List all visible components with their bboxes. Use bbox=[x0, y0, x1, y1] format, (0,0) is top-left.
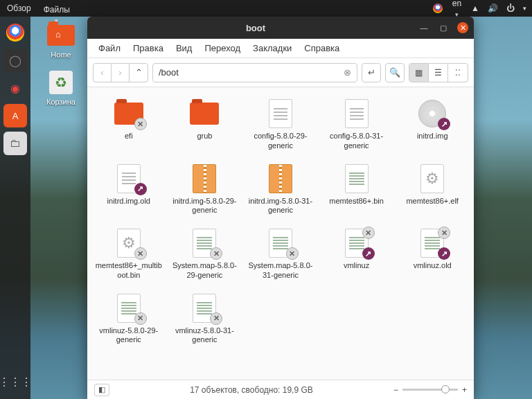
show-apps-button[interactable]: ⋮⋮⋮ bbox=[3, 370, 27, 393]
folder-icon: 🗀 bbox=[53, 0, 61, 2]
file-item[interactable]: config-5.8.0-31-generic bbox=[319, 94, 394, 155]
file-item[interactable]: initrd.img-5.8.0-31-generic bbox=[243, 159, 318, 220]
statusbar: ◧ 17 объектов, свободно: 19,9 GB − + bbox=[87, 380, 474, 399]
dock-app-3[interactable]: ◉ bbox=[3, 76, 27, 100]
menu-файл[interactable]: Файл bbox=[93, 41, 126, 55]
toggle-path-button[interactable]: ↵ bbox=[362, 63, 381, 82]
file-item[interactable]: ✕vmlinuz-5.8.0-31-generic bbox=[168, 289, 242, 350]
desktop-trash[interactable]: ♻ Корзина bbox=[40, 69, 82, 106]
file-item[interactable]: memtest86+.bin bbox=[319, 159, 394, 220]
file-label: memtest86+.bin bbox=[329, 197, 384, 206]
file-item[interactable]: ⚙✕memtest86+_multiboot.bin bbox=[91, 224, 166, 285]
maximize-button[interactable]: ▢ bbox=[438, 22, 449, 33]
file-item[interactable]: ↗initrd.img.old bbox=[91, 159, 166, 220]
file-icon: ✕ bbox=[188, 228, 221, 258]
file-item[interactable]: ✕System.map-5.8.0-31-generic bbox=[243, 224, 318, 285]
file-item[interactable]: ✕↗vmlinuz bbox=[319, 224, 394, 285]
window-title: boot bbox=[93, 23, 418, 33]
file-item[interactable]: initrd.img-5.8.0-29-generic bbox=[168, 159, 242, 220]
path-input[interactable]: /boot ⊗ bbox=[152, 63, 357, 82]
sidebar-toggle[interactable]: ◧ bbox=[94, 384, 109, 396]
desktop-home[interactable]: ⌂ Home bbox=[40, 22, 82, 59]
compact-view-button[interactable]: ⁚⁚ bbox=[448, 64, 468, 82]
file-label: vmlinuz.old bbox=[414, 261, 452, 271]
file-icon: ↗ bbox=[416, 98, 449, 129]
file-label: vmlinuz-5.8.0-29-generic bbox=[94, 326, 163, 346]
search-button[interactable]: 🔍 bbox=[385, 63, 405, 82]
file-icon bbox=[264, 98, 297, 129]
chevron-down-icon[interactable]: ▾ bbox=[523, 5, 526, 12]
file-label: initrd.img-5.8.0-31-generic bbox=[246, 197, 315, 216]
zoom-in-icon[interactable]: + bbox=[462, 385, 467, 395]
file-label: config-5.8.0-29-generic bbox=[246, 132, 315, 151]
file-item[interactable]: ✕System.map-5.8.0-29-generic bbox=[168, 224, 242, 285]
file-icon bbox=[340, 163, 373, 194]
volume-icon[interactable]: 🔊 bbox=[488, 3, 498, 13]
file-label: System.map-5.8.0-29-generic bbox=[170, 261, 239, 281]
file-label: initrd.img.old bbox=[107, 197, 150, 206]
file-manager-window: boot — ▢ ✕ ФайлПравкаВидПереходЗакладкиС… bbox=[87, 17, 474, 399]
file-item[interactable]: config-5.8.0-29-generic bbox=[243, 94, 318, 155]
toolbar: ‹ › ⌃ /boot ⊗ ↵ 🔍 ▦ ☰ ⁚⁚ bbox=[87, 58, 474, 87]
menu-вид[interactable]: Вид bbox=[170, 41, 198, 55]
file-icon: ↗ bbox=[112, 163, 145, 194]
dock-app-4[interactable]: A bbox=[3, 104, 27, 127]
file-label: initrd.img-5.8.0-29-generic bbox=[170, 197, 239, 216]
file-label: vmlinuz-5.8.0-31-generic bbox=[170, 326, 239, 346]
file-item[interactable]: ✕efi bbox=[91, 94, 166, 155]
menu-закладки[interactable]: Закладки bbox=[247, 41, 297, 55]
zoom-out-icon[interactable]: − bbox=[393, 385, 398, 395]
minimize-button[interactable]: — bbox=[418, 22, 429, 33]
file-label: System.map-5.8.0-31-generic bbox=[246, 261, 315, 281]
file-label: efi bbox=[125, 132, 133, 141]
file-icon: ✕ bbox=[188, 293, 221, 323]
file-icon: ✕ bbox=[112, 293, 145, 323]
file-label: initrd.img bbox=[417, 132, 448, 141]
dock: ◯ ◉ A 🗀 ⋮⋮⋮ bbox=[0, 17, 30, 399]
dock-chrome[interactable] bbox=[3, 21, 27, 44]
up-button[interactable]: ⌃ bbox=[130, 64, 148, 82]
power-icon[interactable]: ⏻ bbox=[506, 3, 515, 13]
menu-правка[interactable]: Правка bbox=[127, 41, 169, 55]
file-icon bbox=[188, 98, 221, 129]
activities-button[interactable]: Обзор bbox=[6, 0, 33, 17]
file-label: memtest86+_multiboot.bin bbox=[94, 261, 163, 281]
forward-button[interactable]: › bbox=[112, 64, 130, 82]
network-icon[interactable]: ▲ bbox=[471, 3, 479, 13]
icon-view-button[interactable]: ▦ bbox=[409, 64, 429, 82]
file-label: config-5.8.0-31-generic bbox=[322, 132, 391, 151]
file-item[interactable]: grub bbox=[168, 94, 242, 155]
close-button[interactable]: ✕ bbox=[457, 22, 468, 33]
file-icon bbox=[188, 163, 221, 194]
file-icon: ✕↗ bbox=[340, 228, 373, 258]
clear-path-icon[interactable]: ⊗ bbox=[344, 67, 351, 78]
file-icon: ✕↗ bbox=[416, 228, 449, 258]
file-icon: ✕ bbox=[112, 98, 145, 129]
file-item[interactable]: ✕vmlinuz-5.8.0-29-generic bbox=[91, 289, 166, 350]
search-icon: 🔍 bbox=[389, 67, 400, 78]
file-item[interactable]: ⚙memtest86+.elf bbox=[395, 159, 470, 220]
status-text: 17 объектов, свободно: 19,9 GB bbox=[109, 385, 393, 395]
titlebar[interactable]: boot — ▢ ✕ bbox=[87, 17, 474, 39]
zoom-slider[interactable]: − + bbox=[393, 385, 467, 395]
file-area[interactable]: ✕efigrubconfig-5.8.0-29-genericconfig-5.… bbox=[87, 87, 474, 380]
system-topbar: Обзор 🗀 Файлы ▾ en ▾ ▲ 🔊 ⏻ ▾ bbox=[0, 0, 532, 17]
file-icon: ✕ bbox=[264, 228, 297, 258]
file-item[interactable]: ✕↗vmlinuz.old bbox=[395, 224, 470, 285]
dock-files[interactable]: 🗀 bbox=[3, 132, 27, 155]
chrome-indicator-icon[interactable] bbox=[433, 3, 443, 13]
menu-переход[interactable]: Переход bbox=[199, 41, 246, 55]
back-button[interactable]: ‹ bbox=[94, 64, 112, 82]
file-item[interactable]: ↗initrd.img bbox=[395, 94, 470, 155]
file-label: memtest86+.elf bbox=[406, 197, 459, 206]
file-label: grub bbox=[197, 132, 212, 141]
file-label: vmlinuz bbox=[344, 261, 369, 271]
file-icon: ⚙ bbox=[416, 163, 449, 194]
file-icon bbox=[340, 98, 373, 129]
menu-справка[interactable]: Справка bbox=[299, 41, 345, 55]
file-icon: ⚙✕ bbox=[112, 228, 145, 258]
file-icon bbox=[264, 163, 297, 194]
menubar: ФайлПравкаВидПереходЗакладкиСправка bbox=[87, 39, 474, 58]
list-view-button[interactable]: ☰ bbox=[429, 64, 448, 82]
dock-app-2[interactable]: ◯ bbox=[3, 48, 27, 72]
